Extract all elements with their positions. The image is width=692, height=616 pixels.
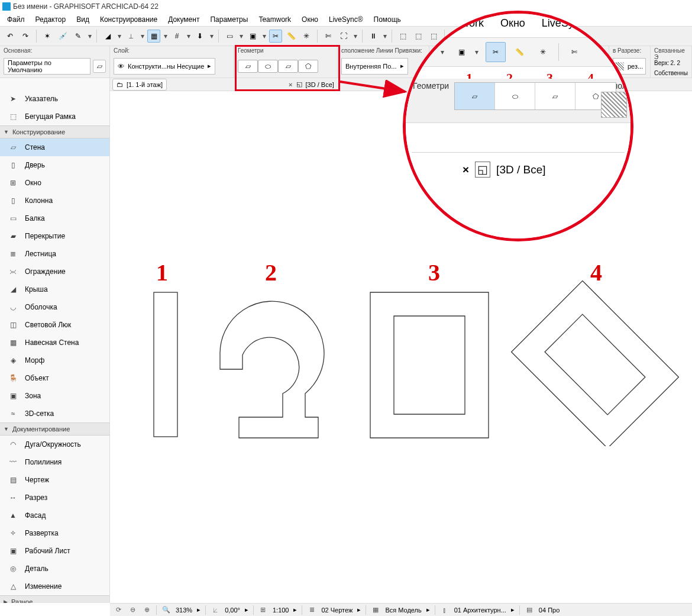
menu-document[interactable]: Документ	[163, 14, 204, 25]
tool-marquee[interactable]: ⬚Бегущая Рамка	[0, 108, 109, 125]
layers-icon[interactable]: ≣	[307, 605, 316, 615]
toolbar-dropdown[interactable]: ▾	[163, 32, 168, 40]
redo-icon[interactable]: ↷	[19, 30, 32, 43]
tool-skylight[interactable]: ◫Световой Люк	[0, 316, 109, 334]
grid-icon[interactable]: #	[170, 30, 183, 43]
status-model[interactable]: Вся Модель	[385, 607, 421, 614]
zoom-in-icon[interactable]: ⊕	[142, 605, 151, 615]
status-drawing[interactable]: 02 Чертеж	[321, 607, 353, 614]
chevron-right-icon[interactable]: ▸	[426, 606, 430, 614]
model-icon[interactable]: ▦	[371, 605, 380, 615]
angle-icon[interactable]: ⟀	[211, 605, 220, 615]
guide-icon[interactable]: ⟂	[124, 30, 137, 43]
menu-options[interactable]: Параметры	[205, 14, 253, 25]
status-zoom[interactable]: 313%	[176, 607, 192, 614]
menu-teamwork[interactable]: Teamwork	[254, 14, 296, 25]
tool-beam[interactable]: ▭Балка	[0, 209, 109, 227]
toolbar-dropdown[interactable]: ▾	[186, 32, 191, 40]
toolbar-dropdown[interactable]: ▾	[87, 32, 92, 40]
tool-stair[interactable]: ≣Лестница	[0, 245, 109, 263]
chevron-right-icon[interactable]: ▸	[245, 606, 248, 614]
tool-wall[interactable]: ▱Стена	[0, 138, 109, 156]
chevron-right-icon[interactable]: ▸	[197, 606, 201, 614]
menu-view[interactable]: Вид	[72, 14, 94, 25]
tool-object[interactable]: 🪑Объект	[0, 369, 109, 387]
status-pro[interactable]: 04 Про	[539, 607, 560, 614]
toolbar-dropdown[interactable]: ▾	[140, 32, 145, 40]
wall-preview-icon[interactable]: ▱	[93, 60, 106, 73]
cut-icon[interactable]: ✄	[322, 30, 335, 43]
zoom-fit-icon[interactable]: 🔍	[161, 605, 171, 615]
tool-column[interactable]: ▯Колонна	[0, 192, 109, 209]
menu-edit[interactable]: Редактор	[31, 14, 71, 25]
tool-section-marker[interactable]: ↔Разрез	[0, 489, 109, 507]
action2-icon[interactable]: ⬚	[412, 30, 425, 43]
geom-straight-icon[interactable]: ▱	[238, 60, 258, 73]
menu-help[interactable]: Помощь	[369, 14, 406, 25]
tool-roof[interactable]: ◢Крыша	[0, 280, 109, 298]
wand-icon[interactable]: ✎	[72, 30, 85, 43]
trim-icon[interactable]: ✂	[269, 30, 282, 43]
scale-icon[interactable]: ⊞	[258, 605, 268, 615]
tool-arrow[interactable]: ➤Указатель	[0, 90, 109, 108]
tool-drawing[interactable]: ▤Чертеж	[0, 471, 109, 489]
tool-interior-elevation[interactable]: ✧Развертка	[0, 524, 109, 542]
section-design[interactable]: ▼Конструирование	[0, 125, 109, 138]
sheet-icon[interactable]: ▤	[525, 605, 534, 615]
close-icon[interactable]: ×	[289, 81, 292, 88]
chevron-right-icon[interactable]: ▸	[357, 606, 361, 614]
tool-shell[interactable]: ◡Оболочка	[0, 298, 109, 316]
action1-icon[interactable]: ⬚	[396, 30, 409, 43]
tool-slab[interactable]: ▰Перекрытие	[0, 227, 109, 245]
pick-icon[interactable]: ✶	[41, 30, 54, 43]
tool-polyline[interactable]: 〰Полилиния	[0, 453, 109, 471]
menu-file[interactable]: Файл	[2, 14, 30, 25]
tab-floor[interactable]: 🗀 [1. 1-й этаж]	[112, 79, 167, 91]
toolbar-dropdown[interactable]: ▾	[261, 32, 267, 40]
geom-trap-icon[interactable]: ▱	[278, 60, 298, 73]
tab-3d[interactable]: × ◱ [3D / Все]	[285, 79, 338, 91]
tool-detail[interactable]: ◎Деталь	[0, 560, 109, 578]
status-angle[interactable]: 0,00°	[225, 607, 240, 614]
menu-window[interactable]: Окно	[297, 14, 323, 25]
toolbar-dropdown[interactable]: ▾	[353, 32, 358, 40]
section-documentation[interactable]: ▼Документирование	[0, 423, 109, 436]
target-icon[interactable]: ✳	[300, 30, 313, 43]
chevron-right-icon[interactable]: ▸	[511, 606, 515, 614]
toolbar-dropdown[interactable]: ▾	[238, 32, 244, 40]
tool-window[interactable]: ⊞Окно	[0, 174, 109, 192]
section-misc[interactable]: ▶Разное	[0, 595, 109, 603]
tool-curtain[interactable]: ▦Навесная Стена	[0, 334, 109, 351]
geom-poly-icon[interactable]: ⬠	[298, 60, 318, 73]
refline-dropdown[interactable]: Внутренняя По... ▸	[341, 58, 408, 75]
tool-door[interactable]: ▯Дверь	[0, 156, 109, 174]
syringe-icon[interactable]: 💉	[56, 30, 69, 43]
group-icon[interactable]: ▣	[246, 30, 259, 43]
tool-elevation[interactable]: ▲Фасад	[0, 507, 109, 524]
default-params-button[interactable]: Параметры по Умолчанию	[4, 58, 90, 75]
layer-dropdown[interactable]: 👁 Конструкти...ны Несущие ▸	[114, 58, 215, 75]
tool-change[interactable]: △Изменение	[0, 578, 109, 595]
gravity-icon[interactable]: ⬇︎	[193, 30, 206, 43]
fit-icon[interactable]: ⛶	[337, 30, 350, 43]
tool-mesh[interactable]: ≈3D-сетка	[0, 405, 109, 423]
status-scale[interactable]: 1:100	[273, 607, 289, 614]
menu-livesync[interactable]: LiveSync®	[324, 14, 368, 25]
menu-design[interactable]: Конструирование	[95, 14, 162, 25]
refresh-icon[interactable]: ⟳	[114, 605, 123, 615]
action3-icon[interactable]: ⬚	[427, 30, 440, 43]
toolbar-dropdown[interactable]: ▾	[382, 32, 387, 40]
pen-icon[interactable]: ⫿	[440, 605, 450, 615]
toolbar-dropdown[interactable]: ▾	[209, 32, 214, 40]
ruler-icon[interactable]: ◢	[101, 30, 114, 43]
zoom-out-icon[interactable]: ⊖	[128, 605, 137, 615]
opening-icon[interactable]: ▭	[223, 30, 236, 43]
chevron-right-icon[interactable]: ▸	[293, 606, 297, 614]
snap-icon[interactable]: ▦	[147, 30, 160, 43]
tool-worksheet[interactable]: ▣Рабочий Лист	[0, 542, 109, 560]
tool-morph[interactable]: ◈Морф	[0, 351, 109, 369]
tool-arc[interactable]: ◠Дуга/Окружность	[0, 436, 109, 453]
toolbar-dropdown[interactable]: ▾	[117, 32, 122, 40]
suspend-icon[interactable]: ⏸	[367, 30, 380, 43]
undo-icon[interactable]: ↶	[4, 30, 17, 43]
